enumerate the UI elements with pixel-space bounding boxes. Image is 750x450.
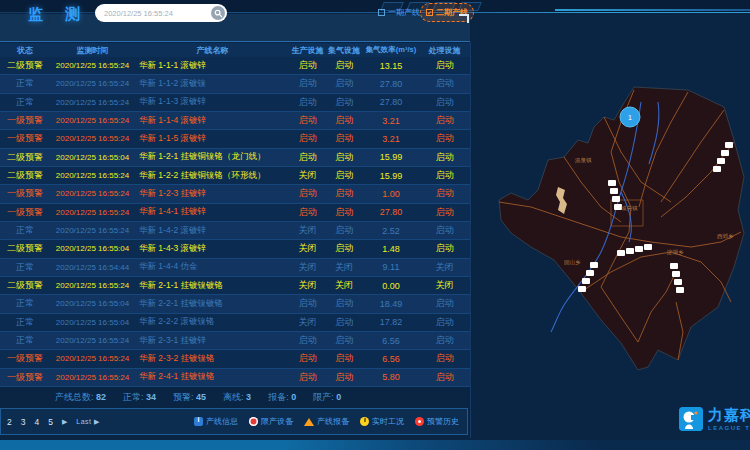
status-cell: 正常 (0, 96, 50, 109)
status-cell: 一级预警 (0, 371, 50, 384)
device-marker[interactable] (717, 158, 725, 164)
summary-item: 报备: 0 (268, 391, 296, 404)
table-row[interactable]: 正常2020/12/25 16:55:24华新 1-1-2 滚镀镍启动启动27.… (0, 75, 470, 93)
table-row[interactable]: 一级预警2020/12/25 16:55:24华新 2-3-2 挂镀镍铬启动启动… (0, 350, 470, 368)
table-row[interactable]: 二级预警2020/12/25 16:55:24华新 1-2-2 挂镀铜镍铬（环形… (0, 167, 470, 185)
device-marker[interactable] (610, 188, 618, 194)
phase1-label: 一期产线 (388, 7, 420, 18)
page-button[interactable]: 3 (21, 417, 26, 427)
corner-bracket-decoration (459, 14, 469, 23)
time-cell: 2020/12/25 16:54:44 (50, 263, 135, 272)
table-row[interactable]: 一级预警2020/12/25 16:55:24华新 1-4-1 挂镀锌启动启动2… (0, 204, 470, 222)
prod-cell: 关闭 (290, 316, 325, 329)
legend-alarm[interactable]: 预警历史 (415, 416, 459, 427)
treat-cell: 启动 (419, 187, 470, 200)
table-row[interactable]: 一级预警2020/12/25 16:55:24华新 1-1-4 滚镀锌启动启动3… (0, 112, 470, 130)
device-marker[interactable] (586, 270, 594, 276)
table-row[interactable]: 正常2020/12/25 16:55:04华新 2-2-2 滚镀镍铬关闭启动17… (0, 314, 470, 332)
table-row[interactable]: 一级预警2020/12/25 16:55:24华新 1-1-5 滚镀锌启动启动3… (0, 130, 470, 148)
treat-cell: 启动 (419, 297, 470, 310)
time-cell: 2020/12/25 16:55:24 (50, 134, 135, 143)
treat-cell: 启动 (419, 206, 470, 219)
device-marker[interactable] (582, 278, 590, 284)
page-button[interactable]: 2 (7, 417, 12, 427)
status-cell: 二级预警 (0, 169, 50, 182)
table-row[interactable]: 正常2020/12/25 16:54:44华新 1-4-4 仿金关闭关闭9.11… (0, 259, 470, 277)
next-page-button[interactable]: ▶ (62, 418, 67, 426)
table-row[interactable]: 正常2020/12/25 16:55:04华新 2-2-1 挂镀镍镀铬启动启动1… (0, 295, 470, 313)
gas-cell: 启动 (325, 206, 363, 219)
status-cell: 一级预警 (0, 132, 50, 145)
device-marker[interactable] (635, 246, 643, 252)
gauge-icon (360, 417, 369, 426)
device-marker[interactable] (721, 150, 729, 156)
device-marker[interactable] (674, 279, 682, 285)
legend-limit[interactable]: 限产设备 (249, 416, 293, 427)
gas-cell: 启动 (325, 371, 363, 384)
gas-cell: 启动 (325, 242, 363, 255)
legend-info[interactable]: 产线信息 (194, 416, 238, 427)
gas-cell: 启动 (325, 77, 363, 90)
device-marker[interactable] (626, 248, 634, 254)
logo-name: 力嘉科技 (708, 406, 750, 425)
summary-item: 正常: 34 (123, 391, 156, 404)
gas-cell: 启动 (325, 151, 363, 164)
city-map: 1 温泉镇城关镇西郊乡固山乡淀湖乡 (471, 42, 750, 438)
status-cell: 一级预警 (0, 114, 50, 127)
search-input[interactable] (95, 9, 211, 18)
page-button[interactable]: 5 (48, 417, 53, 427)
phase1-checkbox[interactable]: 一期产线 (378, 7, 420, 18)
name-cell: 华新 1-2-2 挂镀铜镍铬（环形线） (135, 170, 290, 182)
monitor-table-header: 状态监测时间产线名称生产设施集气设施集气效率(m³/s)处理设施 (0, 43, 470, 57)
table-row[interactable]: 一级预警2020/12/25 16:55:24华新 1-2-3 挂镀锌启动启动1… (0, 185, 470, 203)
device-marker[interactable] (578, 286, 586, 292)
time-cell: 2020/12/25 16:55:24 (50, 226, 135, 235)
page-title: 监 测 (28, 5, 89, 24)
column-header-status: 状态 (0, 45, 50, 56)
tri-icon (304, 418, 314, 426)
table-row[interactable]: 一级预警2020/12/25 16:55:24华新 2-4-1 挂镀镍铬启动启动… (0, 369, 470, 387)
device-marker[interactable] (676, 287, 684, 293)
table-row[interactable]: 正常2020/12/25 16:55:24华新 1-4-2 滚镀锌关闭启动2.5… (0, 222, 470, 240)
device-marker[interactable] (672, 271, 680, 277)
table-row[interactable]: 二级预警2020/12/25 16:55:04华新 1-4-3 滚镀锌关闭启动1… (0, 240, 470, 258)
device-marker[interactable] (617, 250, 625, 256)
table-row[interactable]: 二级预警2020/12/25 16:55:24华新 1-1-1 滚镀锌启动启动1… (0, 57, 470, 75)
last-page-button[interactable]: Last ▶ (76, 418, 100, 426)
legend-tri[interactable]: 产线报备 (304, 416, 349, 427)
map-place-label: 西郊乡 (717, 233, 734, 240)
table-row[interactable]: 正常2020/12/25 16:55:24华新 2-3-1 挂镀锌启动启动6.5… (0, 332, 470, 350)
table-row[interactable]: 二级预警2020/12/25 16:55:04华新 1-2-1 挂镀铜镍铬（龙门… (0, 149, 470, 167)
device-marker[interactable] (590, 262, 598, 268)
name-cell: 华新 2-2-2 滚镀镍铬 (135, 316, 290, 328)
search-icon[interactable] (211, 6, 225, 20)
time-cell: 2020/12/25 16:55:24 (50, 61, 135, 70)
time-cell: 2020/12/25 16:55:24 (50, 79, 135, 88)
status-cell: 二级预警 (0, 242, 50, 255)
device-marker[interactable] (644, 244, 652, 250)
device-marker[interactable] (608, 180, 616, 186)
name-cell: 华新 1-1-4 滚镀锌 (135, 115, 290, 127)
prod-cell: 启动 (290, 59, 325, 72)
legend-label: 实时工况 (372, 416, 404, 427)
device-marker[interactable] (713, 166, 721, 172)
status-cell: 二级预警 (0, 279, 50, 292)
device-marker[interactable] (612, 196, 620, 202)
status-cell: 二级预警 (0, 59, 50, 72)
prod-cell: 启动 (290, 187, 325, 200)
name-cell: 华新 2-1-1 挂镀镍镀铬 (135, 280, 290, 292)
checked-icon: ✔ (426, 9, 433, 16)
table-row[interactable]: 正常2020/12/25 16:55:24华新 1-1-3 滚镀锌启动启动27.… (0, 94, 470, 112)
page-button[interactable]: 4 (34, 417, 39, 427)
legend-label: 限产设备 (261, 416, 293, 427)
device-marker[interactable] (670, 263, 678, 269)
legend-gauge[interactable]: 实时工况 (360, 416, 404, 427)
time-cell: 2020/12/25 16:55:24 (50, 208, 135, 217)
time-cell: 2020/12/25 16:55:04 (50, 299, 135, 308)
city-map-panel[interactable]: 1 温泉镇城关镇西郊乡固山乡淀湖乡 (470, 42, 750, 438)
table-row[interactable]: 二级预警2020/12/25 16:55:24华新 2-1-1 挂镀镍镀铬关闭关… (0, 277, 470, 295)
pagination: 2345▶Last ▶ (1, 417, 100, 427)
gas-cell: 启动 (325, 352, 363, 365)
device-marker[interactable] (725, 142, 733, 148)
name-cell: 华新 1-1-5 滚镀锌 (135, 133, 290, 145)
